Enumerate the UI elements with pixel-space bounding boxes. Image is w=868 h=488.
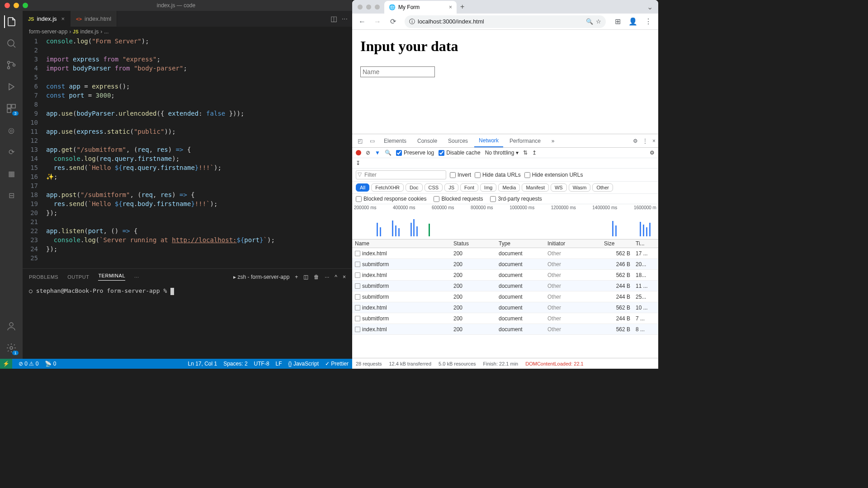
- table-row[interactable]: index.html200documentOther562 B10 ...: [352, 302, 658, 313]
- terminal-dropdown[interactable]: ▸ zsh - form-server-app: [233, 274, 289, 280]
- table-row[interactable]: submitform200documentOther244 B25...: [352, 291, 658, 302]
- breadcrumb[interactable]: form-server-app › JS index.js › ...: [23, 27, 352, 37]
- encoding[interactable]: UTF-8: [254, 361, 269, 367]
- more-terminal-icon[interactable]: ···: [325, 274, 329, 280]
- more-tabs-icon[interactable]: »: [547, 134, 559, 147]
- preserve-log-check[interactable]: Preserve log: [396, 150, 434, 156]
- blocked-cookies-check[interactable]: Blocked response cookies: [356, 196, 426, 202]
- indentation[interactable]: Spaces: 2: [223, 361, 247, 367]
- account-icon[interactable]: [5, 320, 18, 333]
- ports-count[interactable]: 📡 0: [45, 361, 56, 367]
- star-icon[interactable]: ☆: [596, 18, 601, 25]
- import-icon[interactable]: ↥: [532, 150, 537, 156]
- export-icon[interactable]: ↧: [356, 160, 360, 166]
- eol[interactable]: LF: [276, 361, 282, 367]
- test-icon[interactable]: ▦: [5, 167, 18, 180]
- explorer-icon[interactable]: [4, 15, 18, 28]
- elements-tab[interactable]: Elements: [379, 134, 411, 147]
- settings-icon[interactable]: 1: [5, 342, 18, 354]
- minimize-dot[interactable]: [366, 5, 371, 9]
- chevron-down-icon[interactable]: ⌄: [647, 3, 653, 11]
- split-editor-icon[interactable]: ◫: [330, 14, 337, 23]
- network-tab[interactable]: Network: [474, 134, 503, 147]
- record-button[interactable]: [356, 150, 361, 155]
- forward-button[interactable]: →: [371, 15, 384, 28]
- hide-data-urls-check[interactable]: Hide data URLs: [475, 172, 521, 178]
- chip-manifest[interactable]: Manifest: [522, 183, 549, 192]
- chip-media[interactable]: Media: [498, 183, 520, 192]
- output-tab[interactable]: OUTPUT: [67, 274, 89, 280]
- settings-icon[interactable]: ⚙: [633, 138, 638, 144]
- table-row[interactable]: submitform200documentOther244 B11 ...: [352, 281, 658, 291]
- problems-tab[interactable]: PROBLEMS: [29, 274, 58, 280]
- chip-js[interactable]: JS: [444, 183, 458, 192]
- kill-terminal-icon[interactable]: 🗑: [314, 274, 319, 280]
- sources-tab[interactable]: Sources: [443, 134, 472, 147]
- more-icon[interactable]: ···: [342, 15, 348, 23]
- new-terminal-icon[interactable]: +: [295, 274, 298, 280]
- zoom-icon[interactable]: 🔍: [586, 18, 593, 25]
- close-icon[interactable]: ×: [449, 4, 452, 10]
- remote-icon[interactable]: ◎: [5, 124, 18, 136]
- terminal[interactable]: ○ stephan@MacBook-Pro form-server-app %: [23, 285, 352, 359]
- debug-icon[interactable]: ⟳: [5, 145, 18, 158]
- maximize-icon[interactable]: ^: [335, 274, 337, 280]
- search-icon[interactable]: [5, 37, 18, 50]
- tab-index-js[interactable]: JSindex.js×: [23, 11, 71, 27]
- network-conditions-icon[interactable]: ⇅: [523, 150, 528, 156]
- clear-icon[interactable]: ⊘: [366, 150, 370, 156]
- close-dot[interactable]: [358, 5, 363, 9]
- maximize-dot[interactable]: [375, 5, 380, 9]
- chip-ws[interactable]: WS: [551, 183, 567, 192]
- close-panel-icon[interactable]: ×: [343, 274, 346, 280]
- terminal-tab[interactable]: TERMINAL: [98, 273, 125, 281]
- minimize-dot[interactable]: [14, 3, 19, 8]
- network-timeline[interactable]: 200000 ms 400000 ms 600000 ms 800000 ms …: [352, 204, 658, 239]
- browser-tab[interactable]: 🌐 My Form ×: [384, 1, 457, 14]
- chip-font[interactable]: Font: [460, 183, 478, 192]
- close-dot[interactable]: [5, 3, 10, 8]
- chip-doc[interactable]: Doc: [406, 183, 423, 192]
- search-icon[interactable]: 🔍: [385, 150, 392, 156]
- maximize-dot[interactable]: [23, 3, 28, 8]
- remote-indicator[interactable]: ⚡: [0, 359, 12, 369]
- throttling-select[interactable]: No throttling ▾: [485, 150, 519, 156]
- source-control-icon[interactable]: [5, 59, 18, 71]
- performance-tab[interactable]: Performance: [505, 134, 545, 147]
- extensions-icon[interactable]: ⊞: [611, 15, 624, 28]
- new-tab-icon[interactable]: +: [460, 3, 464, 11]
- disable-cache-check[interactable]: Disable cache: [439, 150, 480, 156]
- blocked-requests-check[interactable]: Blocked requests: [434, 196, 483, 202]
- chip-fetch[interactable]: Fetch/XHR: [371, 183, 404, 192]
- language-mode[interactable]: {} JavaScript: [288, 361, 319, 367]
- third-party-check[interactable]: 3rd-party requests: [490, 196, 542, 202]
- chip-other[interactable]: Other: [592, 183, 613, 192]
- chip-all[interactable]: All: [356, 183, 369, 192]
- errors-count[interactable]: ⊘ 0 ⚠ 0: [19, 361, 38, 367]
- tab-index-html[interactable]: <>index.html: [71, 11, 117, 27]
- url-bar[interactable]: ⓘ localhost:3000/index.html 🔍 ☆: [405, 15, 606, 28]
- chip-wasm[interactable]: Wasm: [569, 183, 591, 192]
- code-editor[interactable]: 1234567891011121314151617181920212223242…: [23, 37, 352, 268]
- back-button[interactable]: ←: [356, 15, 368, 28]
- table-row[interactable]: index.html200documentOther562 B18...: [352, 270, 658, 281]
- network-settings-icon[interactable]: ⚙: [650, 150, 655, 156]
- inspect-icon[interactable]: ◰: [355, 138, 365, 144]
- chip-img[interactable]: Img: [480, 183, 496, 192]
- close-icon[interactable]: ×: [61, 15, 65, 22]
- chip-css[interactable]: CSS: [425, 183, 443, 192]
- filter-icon[interactable]: ▼: [375, 150, 380, 156]
- close-devtools-icon[interactable]: ×: [652, 138, 656, 144]
- reload-button[interactable]: ⟳: [387, 15, 399, 28]
- site-info-icon[interactable]: ⓘ: [409, 18, 415, 26]
- hide-extension-urls-check[interactable]: Hide extension URLs: [524, 172, 583, 178]
- filter-input[interactable]: [356, 170, 446, 179]
- ports-icon[interactable]: ⊟: [5, 189, 18, 202]
- split-terminal-icon[interactable]: ◫: [303, 274, 308, 280]
- profile-icon[interactable]: 👤: [627, 15, 639, 28]
- table-row[interactable]: index.html200documentOther562 B17 ...: [352, 248, 658, 259]
- name-input[interactable]: [360, 66, 435, 77]
- table-row[interactable]: submitform200documentOther246 B20...: [352, 259, 658, 270]
- extensions-icon[interactable]: 3: [5, 102, 18, 115]
- cursor-position[interactable]: Ln 17, Col 1: [188, 361, 217, 367]
